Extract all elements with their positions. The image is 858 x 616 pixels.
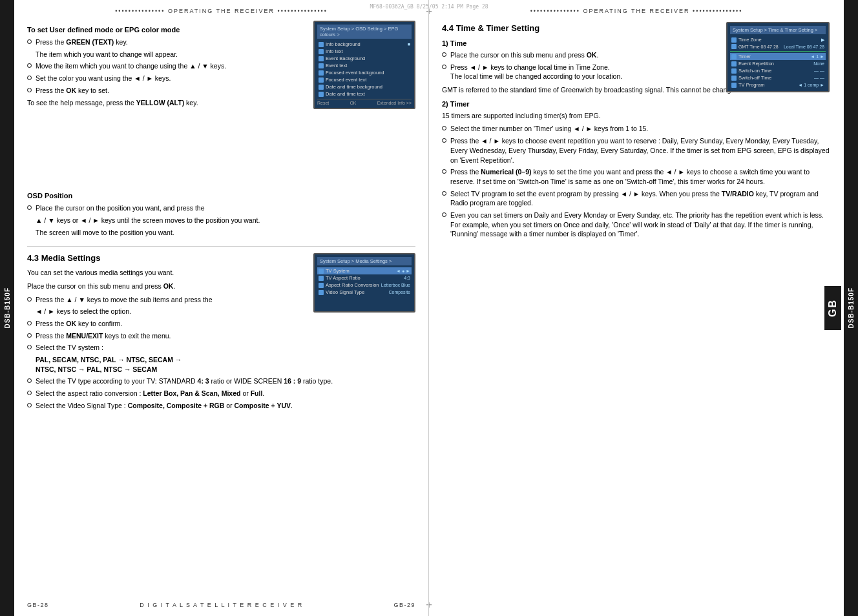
list-item: PAL, SECAM, NTSC, PAL → NTSC, SECAM →NTS… <box>27 355 415 374</box>
bullet-icon <box>442 191 446 196</box>
screen-row: GMT Time 08 47 28 Local Time 08 47 28 <box>730 43 826 50</box>
bullet-icon <box>27 333 32 338</box>
item-text: Press the MENU/EXIT keys to exit the men… <box>36 331 415 341</box>
list-item: Even you can set timers on Daily and Eve… <box>442 210 831 239</box>
screen-row: Video Signal TypeComposite <box>317 289 412 296</box>
list-item: ▲ / ▼ keys or ◄ / ► keys until the scree… <box>27 216 415 225</box>
bullet-icon <box>442 126 446 130</box>
screenshot-media: System Setup > Media Settings > TV Syste… <box>313 253 415 313</box>
bullet-icon <box>27 76 32 80</box>
item-text: ▲ / ▼ keys or ◄ / ► keys until the scree… <box>36 216 415 225</box>
screenshot-timer: System Setup > Time & Timer Setting > Ti… <box>726 22 830 92</box>
footer-page-left: GB-28 <box>27 602 49 608</box>
screen-row: Aspect Ratio ConversionLetterbox Blue <box>317 282 412 289</box>
list-item: Press the MENU/EXIT keys to exit the men… <box>27 331 415 341</box>
gb-text: GB <box>824 286 841 330</box>
osd-title: OSD Position <box>27 192 415 200</box>
right-page: ••••••••••••••• OPERATING THE RECEIVER •… <box>429 0 844 616</box>
right-tab-label: DSB-B150F <box>848 287 855 328</box>
screen-row: Event Background <box>317 55 412 62</box>
main-content: ••••••••••••••• OPERATING THE RECEIVER •… <box>14 0 844 616</box>
timer-intro: 15 timers are supported including timer(… <box>442 111 831 121</box>
screen-row: Event text <box>317 62 412 69</box>
screen-row: Focused event background <box>317 69 412 76</box>
screen-row: Info background■ <box>317 41 412 48</box>
osd-list: Place the cursor on the position you wan… <box>27 203 415 237</box>
list-item: Select the TV system : <box>27 343 415 353</box>
screen-title: System Setup > Media Settings > <box>317 257 412 265</box>
bullet-icon <box>27 378 32 383</box>
right-side-tab: DSB-B150F <box>844 0 858 616</box>
list-item: Select TV program to set the event progr… <box>442 189 831 208</box>
bullet-icon <box>27 88 32 92</box>
bullet-icon <box>27 391 32 395</box>
screen-timer: System Setup > Time & Timer Setting > Ti… <box>726 22 830 92</box>
item-text: Select the TV system : <box>36 343 415 353</box>
bullet-icon <box>442 52 446 57</box>
item-text: The screen will move to the position you… <box>36 228 415 238</box>
list-item: Select the aspect ratio conversion : Let… <box>27 389 415 398</box>
bullet-icon <box>27 345 32 349</box>
item-text: Press the OK key to confirm. <box>36 319 415 329</box>
bullet-icon <box>442 212 446 217</box>
list-item: Select the Video Signal Type : Composite… <box>27 401 415 411</box>
screen-title: System Setup > OSD Setting > EPG colours… <box>317 25 412 39</box>
osd-position-section: OSD Position Place the cursor on the pos… <box>27 192 415 237</box>
screen-row: TV Aspect Ratio4:3 <box>317 274 412 282</box>
screen-row: Switch-on Time— — <box>730 67 826 74</box>
bullet-icon <box>442 169 446 174</box>
bullet-icon <box>27 63 32 68</box>
screen-footer: ResetOKExtended Info >> <box>317 99 412 105</box>
divider <box>27 246 415 247</box>
item-text: Press the ◄ / ► keys to choose event rep… <box>450 136 831 165</box>
timer-sub-title: 2) Timer <box>442 100 831 108</box>
footer-page-right: GB-29 <box>393 602 415 608</box>
screen-row: Timer◄ 1 ► <box>730 53 826 60</box>
bullet-icon <box>27 297 32 302</box>
timer-list: Select the timer number on 'Timer' using… <box>442 124 831 239</box>
list-item: Press the ◄ / ► keys to choose event rep… <box>442 136 831 165</box>
left-header: ••••••••••••••• OPERATING THE RECEIVER •… <box>27 8 415 17</box>
item-text: Place the cursor on the position you wan… <box>36 203 415 213</box>
left-side-tab: DSB-B150F <box>0 0 14 616</box>
bullet-icon <box>27 39 32 44</box>
item-text: Select the aspect ratio conversion : Let… <box>36 389 415 398</box>
item-text: PAL, SECAM, NTSC, PAL → NTSC, SECAM →NTS… <box>36 355 415 374</box>
time-timer-section: 4.4 Time & Timer Setting 1) Time Place t… <box>442 23 831 239</box>
left-page: ••••••••••••••• OPERATING THE RECEIVER •… <box>14 0 429 616</box>
screen-row: Event RepetitionNone <box>730 60 826 67</box>
left-footer: GB-28 D I G I T A L S A T E L L I T E R … <box>27 602 415 608</box>
bullet-icon <box>442 138 446 143</box>
bullet-icon <box>27 321 32 325</box>
gb-label: GB <box>824 286 841 330</box>
screen-epg: System Setup > OSD Setting > EPG colours… <box>313 21 415 109</box>
screen-row: Info text <box>317 48 412 55</box>
item-text: Select TV program to set the event progr… <box>450 189 831 208</box>
list-item: The screen will move to the position you… <box>27 228 415 238</box>
list-item: Place the cursor on the position you wan… <box>27 203 415 213</box>
screenshot-epg: System Setup > OSD Setting > EPG colours… <box>313 21 415 109</box>
screen-row: TV Program◄ 1 comp ► <box>730 81 826 88</box>
left-tab-label: DSB-B150F <box>4 287 11 328</box>
screen-row: Date and time text <box>317 90 412 98</box>
list-item: Press the Numerical (0–9) keys to set th… <box>442 167 831 186</box>
list-item: Press the OK key to confirm. <box>27 319 415 329</box>
screen-row: Switch-off Time— — <box>730 74 826 81</box>
item-text: Select the TV type according to your TV:… <box>36 376 415 386</box>
bullet-icon <box>442 65 446 69</box>
screen-row: TV System◄ ● ► <box>317 267 412 274</box>
screen-row: Time Zone▶ <box>730 36 826 43</box>
right-header: ••••••••••••••• OPERATING THE RECEIVER •… <box>442 8 831 17</box>
screen-row: Date and time background <box>317 83 412 90</box>
list-item: Select the TV type according to your TV:… <box>27 376 415 386</box>
item-text: Press the Numerical (0–9) keys to set th… <box>450 167 831 186</box>
bullet-icon <box>27 205 32 210</box>
item-text: Even you can set timers on Daily and Eve… <box>450 210 831 239</box>
item-text: Select the Video Signal Type : Composite… <box>36 401 415 411</box>
screen-title: System Setup > Time & Timer Setting > <box>730 26 826 34</box>
screen-media: System Setup > Media Settings > TV Syste… <box>313 253 415 313</box>
bullet-icon <box>27 403 32 407</box>
footer-center: D I G I T A L S A T E L L I T E R E C E … <box>140 602 303 608</box>
media-settings-section: 4.3 Media Settings You can set the vario… <box>27 253 415 410</box>
screen-row: Focused event text <box>317 76 412 83</box>
